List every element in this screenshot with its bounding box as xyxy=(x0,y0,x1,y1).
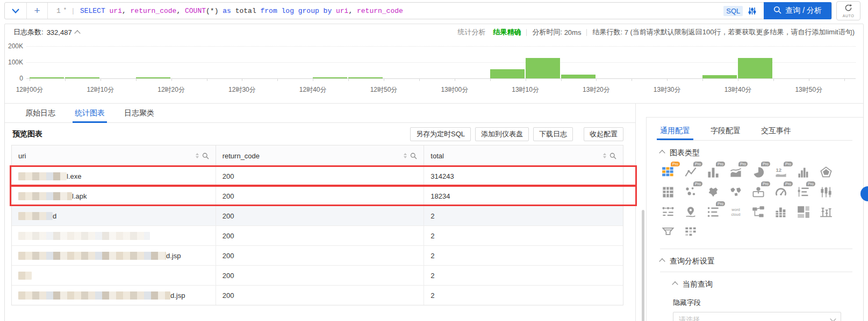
location-map-icon[interactable] xyxy=(683,204,699,220)
scatter-chart-icon[interactable]: Pro xyxy=(683,184,699,200)
sql-token: , xyxy=(176,7,185,15)
rank-list-icon[interactable]: Pro xyxy=(795,184,812,200)
collapse-section-icon[interactable] xyxy=(672,281,678,287)
analysis-time-value: 20ms xyxy=(564,28,582,37)
collapse-section-icon[interactable] xyxy=(659,258,665,264)
x-axis-tick xyxy=(136,78,137,81)
histogram-bar[interactable] xyxy=(348,77,383,78)
query-settings-icon[interactable] xyxy=(748,7,756,15)
query-analyze-button[interactable]: 查询 / 分析 xyxy=(764,2,831,19)
current-query-subheader: 当前查询 xyxy=(660,280,852,289)
column-3d-icon[interactable] xyxy=(773,204,789,220)
query-bar: + 1 * | SELECT uri, return_code, COUNT(*… xyxy=(4,2,832,19)
sql-mode-badge[interactable]: SQL xyxy=(723,6,743,16)
table-row: l.apk20018234 xyxy=(12,186,623,206)
log-count-label: 日志条数: xyxy=(13,27,44,37)
x-axis-tick xyxy=(526,78,526,81)
sql-token: uri xyxy=(336,7,348,15)
sort-icon[interactable] xyxy=(404,153,407,158)
return-code-cell: 200 xyxy=(216,206,425,225)
log-histogram: 200K100K012时00分12时10分12时20分12时30分12时40分1… xyxy=(5,40,863,104)
chart-type-grid: ProProProProPro12ProProProProProProwordc… xyxy=(660,164,852,240)
collapse-config-button[interactable]: 收起配置 xyxy=(584,127,623,141)
matrix-table-icon[interactable] xyxy=(683,224,699,240)
distribution-icon[interactable] xyxy=(818,204,834,220)
x-axis-tick xyxy=(561,78,562,81)
x-axis-tick xyxy=(844,78,845,81)
total-cell: 2 xyxy=(424,246,623,265)
histogram-icon[interactable] xyxy=(795,164,812,180)
radar-chart-icon[interactable] xyxy=(818,164,834,180)
download-logs-button[interactable]: 下载日志 xyxy=(533,127,573,141)
funnel-chart-icon[interactable] xyxy=(660,224,676,240)
flow-chart-icon[interactable]: Pro xyxy=(728,164,744,180)
histogram-bar[interactable] xyxy=(65,77,99,78)
return-code-cell: 200 xyxy=(216,246,425,265)
tab-log-clustering[interactable]: 日志聚类 xyxy=(124,104,154,122)
hidden-fields-select[interactable]: 请选择 xyxy=(673,312,841,321)
column-search-icon[interactable] xyxy=(609,152,616,159)
sankey-chart-icon[interactable] xyxy=(660,204,676,220)
save-as-scheduled-sql-button[interactable]: 另存为定时SQL xyxy=(410,127,471,141)
sort-icon[interactable] xyxy=(196,153,199,158)
x-axis-label: 12时20分 xyxy=(147,85,196,94)
pro-badge: Pro xyxy=(784,162,793,166)
add-query-tab-button[interactable]: + xyxy=(27,3,48,19)
table-row: 2002 xyxy=(12,265,623,285)
tab-raw-logs[interactable]: 原始日志 xyxy=(25,104,55,122)
redacted-uri xyxy=(18,232,150,240)
column-header-total: total xyxy=(424,145,623,166)
collapse-section-icon[interactable] xyxy=(659,150,665,156)
collapse-histogram-icon[interactable] xyxy=(74,30,80,36)
tab-interaction-events[interactable]: 交互事件 xyxy=(761,126,791,140)
histogram-bar[interactable] xyxy=(313,77,347,78)
tab-statistics-chart[interactable]: 统计图表 xyxy=(75,104,105,122)
column-search-icon[interactable] xyxy=(202,152,209,159)
cross-table-icon[interactable] xyxy=(660,184,676,200)
china-map-icon[interactable] xyxy=(705,184,721,200)
pie-chart-icon[interactable]: Pro xyxy=(750,164,766,180)
tab-field-config[interactable]: 字段配置 xyxy=(711,126,741,140)
sort-icon[interactable] xyxy=(603,153,606,158)
sql-query-input[interactable]: SELECT uri, return_code, COUNT(*) as tot… xyxy=(80,7,723,15)
gantt-chart-icon[interactable] xyxy=(818,184,834,200)
x-axis-tick xyxy=(171,78,172,81)
scrollbar-thumb[interactable] xyxy=(642,210,644,321)
histogram-bar[interactable] xyxy=(702,75,737,78)
auto-refresh-button[interactable]: AUTO xyxy=(836,1,860,20)
topology-chart-icon[interactable] xyxy=(750,204,766,220)
treemap-icon[interactable] xyxy=(795,204,812,220)
bar-chart-icon[interactable]: Pro xyxy=(705,164,721,180)
world-map-icon[interactable] xyxy=(728,184,744,200)
table-chart-icon[interactable]: Pro xyxy=(660,164,676,180)
x-axis-tick xyxy=(242,78,242,81)
map-pin-chart-icon[interactable]: Pro xyxy=(750,184,766,200)
uri-suffix: l.apk xyxy=(72,192,87,200)
line-chart-icon[interactable]: Pro xyxy=(683,164,699,180)
total-cell: 2 xyxy=(424,206,623,225)
return-code-cell: 200 xyxy=(216,166,425,186)
x-axis-label: 13时50分 xyxy=(785,85,833,94)
column-search-icon[interactable] xyxy=(410,152,417,159)
query-history-toggle[interactable] xyxy=(5,3,27,19)
histogram-bar[interactable] xyxy=(526,58,560,78)
tab-general-config[interactable]: 通用配置 xyxy=(660,126,690,140)
word-cloud-icon[interactable]: wordcloud xyxy=(728,204,744,220)
redacted-uri xyxy=(18,172,67,180)
sql-token: , xyxy=(348,7,357,15)
y-axis-label: 0 xyxy=(7,75,23,82)
histogram-bar[interactable] xyxy=(561,75,596,78)
chart-type-section-header: 图表类型 xyxy=(660,148,852,158)
histogram-bar[interactable] xyxy=(738,58,772,78)
histogram-bar[interactable] xyxy=(30,77,64,78)
gridline xyxy=(26,62,856,63)
table-row: 2002 xyxy=(12,225,623,245)
histogram-bar[interactable] xyxy=(490,69,525,78)
add-to-dashboard-button[interactable]: 添加到仪表盘 xyxy=(475,127,529,141)
list-chart-icon[interactable]: Pro xyxy=(705,204,721,220)
sql-token: , xyxy=(122,7,131,15)
histogram-bar[interactable] xyxy=(136,77,170,78)
single-value-icon[interactable]: 12Pro xyxy=(773,164,789,180)
gauge-chart-icon[interactable]: Pro xyxy=(773,184,789,200)
redacted-uri xyxy=(18,272,32,280)
